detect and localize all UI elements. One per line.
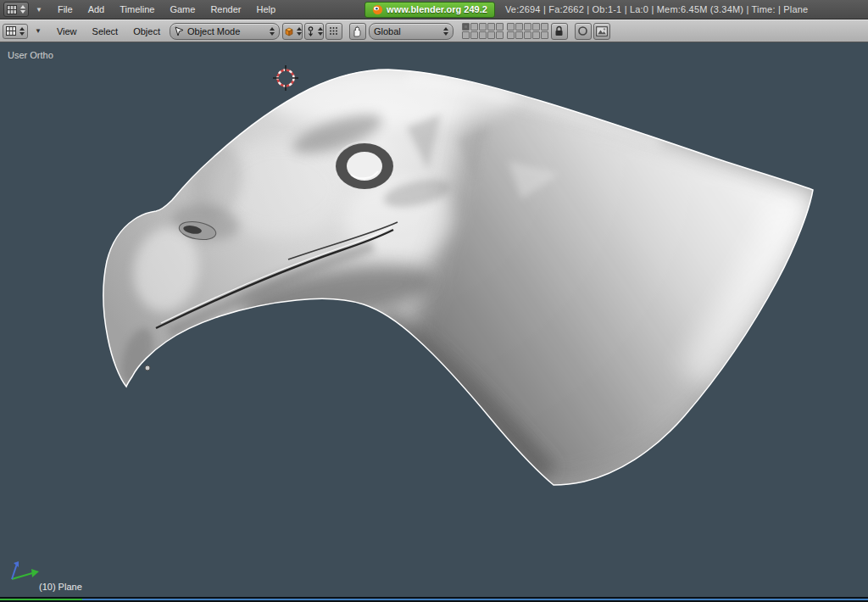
scene-statistics: Ve:2694 | Fa:2662 | Ob:1-1 | La:0 | Mem:… xyxy=(505,4,808,14)
layer-toggle[interactable] xyxy=(515,23,523,31)
draw-type-button[interactable] xyxy=(282,23,303,40)
layer-toggle[interactable] xyxy=(470,23,478,31)
menu-help[interactable]: Help xyxy=(248,4,283,14)
layer-toggle[interactable] xyxy=(524,23,531,31)
menu-select[interactable]: Select xyxy=(85,26,126,36)
menu-view[interactable]: View xyxy=(49,26,85,36)
lock-icon xyxy=(554,25,564,36)
editor-type-button[interactable] xyxy=(3,2,29,17)
orientation-dropdown[interactable]: Global xyxy=(369,23,453,40)
layer-toggle[interactable] xyxy=(479,23,487,31)
3d-scene xyxy=(0,41,868,597)
orientation-value: Global xyxy=(374,26,438,36)
menu-collapse-icon[interactable]: ▼ xyxy=(31,27,46,35)
axis-gizmo-icon xyxy=(12,561,39,579)
grid-icon xyxy=(7,5,17,14)
dropdown-arrows-icon xyxy=(443,27,448,36)
layer-buttons-block-2 xyxy=(507,23,548,39)
image-icon xyxy=(596,26,608,36)
menu-timeline[interactable]: Timeline xyxy=(112,4,162,14)
editor-type-button-3dview[interactable] xyxy=(3,24,28,39)
menu-file[interactable]: File xyxy=(50,4,81,14)
divider-blue-segment xyxy=(82,599,868,600)
layer-toggle[interactable] xyxy=(532,23,540,31)
blender-version-badge: www.blender.org 249.2 xyxy=(364,2,495,18)
info-header: ▼ File Add Timeline Game Render Help www… xyxy=(0,0,868,20)
layer-toggle[interactable] xyxy=(470,31,478,39)
layer-toggle[interactable] xyxy=(515,31,523,39)
lock-layers-button[interactable] xyxy=(551,23,568,40)
badge-text: www.blender.org 249.2 xyxy=(387,4,487,14)
blender-logo-icon xyxy=(372,4,383,15)
pivot-point-button[interactable] xyxy=(304,23,324,40)
render-preview-button[interactable] xyxy=(593,23,610,40)
layer-toggle[interactable] xyxy=(487,23,495,31)
circle-icon xyxy=(577,25,588,36)
eagle-head-model[interactable] xyxy=(103,69,818,488)
object-mode-icon xyxy=(175,26,184,36)
layer-toggle[interactable] xyxy=(507,31,515,39)
divider-green-segment xyxy=(0,599,82,600)
layer-toggle[interactable] xyxy=(507,23,515,31)
grid-icon xyxy=(6,26,16,36)
mode-dropdown[interactable]: Object Mode xyxy=(170,23,280,40)
view-mode-label: User Ortho xyxy=(8,50,53,60)
active-object-label: (10) Plane xyxy=(39,582,82,592)
dropdown-arrows-icon xyxy=(297,27,302,36)
dropdown-arrows-icon xyxy=(19,27,25,36)
pivot-icon xyxy=(305,25,316,36)
menu-collapse-icon[interactable]: ▼ xyxy=(31,6,47,14)
layer-toggle[interactable] xyxy=(541,23,548,31)
stray-vertex xyxy=(145,365,150,371)
layer-toggle[interactable] xyxy=(496,23,504,31)
manipulator-toggle-button[interactable] xyxy=(349,23,366,40)
viewport-3d[interactable]: User Ortho (10) Plane xyxy=(0,41,868,597)
layer-toggle[interactable] xyxy=(462,23,470,31)
dropdown-arrows-icon xyxy=(270,27,275,36)
mode-value: Object Mode xyxy=(187,26,264,36)
layer-toggle[interactable] xyxy=(462,31,470,39)
layer-toggle[interactable] xyxy=(532,31,540,39)
editor-divider[interactable] xyxy=(0,597,868,602)
layer-toggle[interactable] xyxy=(541,31,548,39)
layer-toggle[interactable] xyxy=(487,31,495,39)
proportional-edit-button[interactable] xyxy=(575,23,592,40)
3d-cursor xyxy=(273,65,298,91)
viewport-header: ▼ View Select Object Object Mode xyxy=(0,20,868,42)
layer-toggle[interactable] xyxy=(479,31,487,39)
menu-object[interactable]: Object xyxy=(125,26,168,36)
hand-icon xyxy=(352,25,363,37)
solid-draw-cube-icon xyxy=(283,25,295,37)
dropdown-arrows-icon xyxy=(318,27,323,36)
eye xyxy=(334,142,395,191)
blender-window: ▼ File Add Timeline Game Render Help www… xyxy=(0,0,868,602)
layer-toggle[interactable] xyxy=(496,31,504,39)
menu-add[interactable]: Add xyxy=(81,4,113,14)
menu-render[interactable]: Render xyxy=(203,4,248,14)
snap-grid-button[interactable] xyxy=(326,23,342,40)
dropdown-arrows-icon xyxy=(20,5,25,14)
menu-game[interactable]: Game xyxy=(162,4,203,14)
layer-buttons-block-1 xyxy=(462,23,504,39)
layer-toggle[interactable] xyxy=(524,31,531,39)
grid-dots-icon xyxy=(329,26,338,36)
